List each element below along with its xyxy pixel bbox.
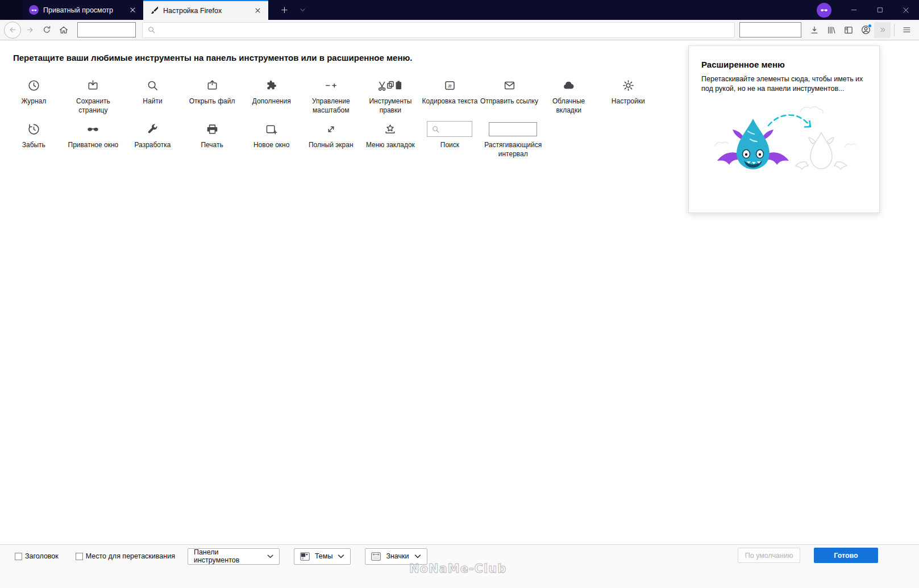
chevron-down-icon [414,554,421,558]
tool-history[interactable]: Журнал [4,74,64,115]
wrench-icon [146,123,159,136]
forget-clock-icon [27,123,40,136]
checkbox-icon[interactable] [76,553,83,560]
toolbars-dropdown[interactable]: Панели инструментов [188,548,280,565]
tool-private-window[interactable]: Приватное окно [64,118,123,159]
toolbar-drop-target[interactable] [77,22,136,37]
titlebar-checkbox[interactable]: Заголовок [15,552,59,560]
restore-defaults-button[interactable]: По умолчанию [738,548,800,563]
tab-label: Настройка Firefox [163,7,247,15]
new-tab-button[interactable] [275,0,293,20]
library-button[interactable] [823,22,840,39]
tool-forget[interactable]: Забыть [4,118,64,159]
home-button[interactable] [55,22,72,39]
themes-dropdown[interactable]: Темы [294,548,351,565]
envelope-icon [503,79,516,92]
tool-palette-row-2: Забыть Приватное окно Разработка Печать … [4,118,547,159]
history-clock-icon [27,79,40,92]
customize-footer: Заголовок Место для перетаскивания Панел… [0,544,919,588]
tool-zoom-controls[interactable]: Управление масштабом [301,74,361,115]
tab-list-chevron-icon[interactable] [293,0,311,20]
checkbox-label: Место для перетаскивания [86,552,175,560]
dropdown-label: Темы [315,552,332,560]
customize-page: Перетащите ваши любимые инструменты на п… [0,40,919,544]
gear-icon [622,79,635,92]
dropdown-label: Значки [386,552,409,560]
menu-button[interactable] [898,22,915,39]
tool-fullscreen[interactable]: Полный экран [301,118,361,159]
checkbox-label: Заголовок [25,552,59,560]
search-icon [431,125,440,134]
tool-bookmarks-menu[interactable]: Меню закладок [361,118,421,159]
chevron-down-icon [267,554,273,558]
tool-find[interactable]: Найти [123,74,182,115]
done-button[interactable]: Готово [814,548,878,563]
tool-edit-controls[interactable]: Инструменты правки [361,74,421,115]
cloud-icon [562,79,575,92]
forward-button[interactable] [21,22,38,39]
close-tab-icon[interactable] [252,5,263,16]
text-encoding-icon: æ [443,79,456,92]
watermark-text: NoNaMe-Club [409,562,506,576]
tool-search-widget[interactable]: Поиск [420,118,480,159]
tool-text-encoding[interactable]: æ Кодировка текста [420,74,480,115]
private-browsing-indicator-icon [817,3,831,18]
overflow-menu-panel[interactable]: Расширенное меню Перетаскивайте элементы… [688,45,880,213]
new-window-icon [265,123,278,136]
panel-title: Расширенное меню [701,60,867,69]
minimize-button[interactable] [841,0,867,20]
tool-save-page[interactable]: Сохранить страницу [64,74,123,115]
bookmark-star-icon [384,123,397,136]
search-box-widget [427,121,472,137]
tool-developer[interactable]: Разработка [123,118,182,159]
puzzle-icon [265,79,278,92]
tool-synced-tabs[interactable]: Облачные вкладки [539,74,598,115]
account-button[interactable] [857,22,874,39]
tool-email-link[interactable]: Отправить ссылку [480,74,539,115]
address-bar[interactable] [142,22,735,38]
density-icon [371,552,381,561]
sidebar-button[interactable] [840,22,857,39]
notification-dot [868,24,872,28]
toolbar-drop-target[interactable] [739,22,801,37]
tool-palette-row-1: Журнал Сохранить страницу Найти Открыть … [4,74,658,115]
dragspace-checkbox[interactable]: Место для перетаскивания [76,552,175,560]
footer-controls: Заголовок Место для перетаскивания Панел… [15,548,427,565]
close-tab-icon[interactable] [127,5,138,16]
tool-print[interactable]: Печать [182,118,242,159]
magnifier-icon [146,79,159,92]
mascot-illustration [701,99,867,185]
checkbox-icon[interactable] [15,553,22,560]
paintbrush-icon [149,6,159,15]
fullscreen-arrows-icon [325,123,338,136]
panel-description: Перетаскивайте элементы сюда, чтобы имет… [701,74,872,94]
maximize-button[interactable] [867,0,893,20]
tab-label: Приватный просмотр [43,6,122,14]
titlebar-controls [817,0,919,20]
tool-flexible-space[interactable]: Растягивающийся интервал [480,118,547,159]
mask-icon [86,123,99,136]
page-heading: Перетащите ваши любимые инструменты на п… [13,53,413,62]
overflow-menu-button[interactable] [874,22,891,38]
tool-new-window[interactable]: Новое окно [242,118,301,159]
open-file-icon [206,79,219,92]
close-window-button[interactable] [893,0,919,20]
theme-preview-icon [300,552,310,561]
tab-private-browsing[interactable]: Приватный просмотр [23,0,143,20]
downloads-button[interactable] [806,22,823,39]
tool-settings[interactable]: Настройки [598,74,658,115]
tool-addons[interactable]: Дополнения [242,74,301,115]
reload-button[interactable] [38,22,55,39]
tab-customize-firefox[interactable]: Настройка Firefox [143,0,268,20]
printer-icon [206,123,219,136]
tool-open-file[interactable]: Открыть файл [182,74,242,115]
chevron-down-icon [338,554,344,558]
private-mask-icon [29,5,39,15]
dropdown-label: Панели инструментов [194,548,262,564]
back-button[interactable] [4,22,21,39]
zoom-controls-icon [325,79,338,92]
search-icon [147,26,156,34]
navigation-toolbar [0,20,919,40]
tab-bar: Приватный просмотр Настройка Firefox [0,0,919,20]
save-page-icon [86,79,99,92]
